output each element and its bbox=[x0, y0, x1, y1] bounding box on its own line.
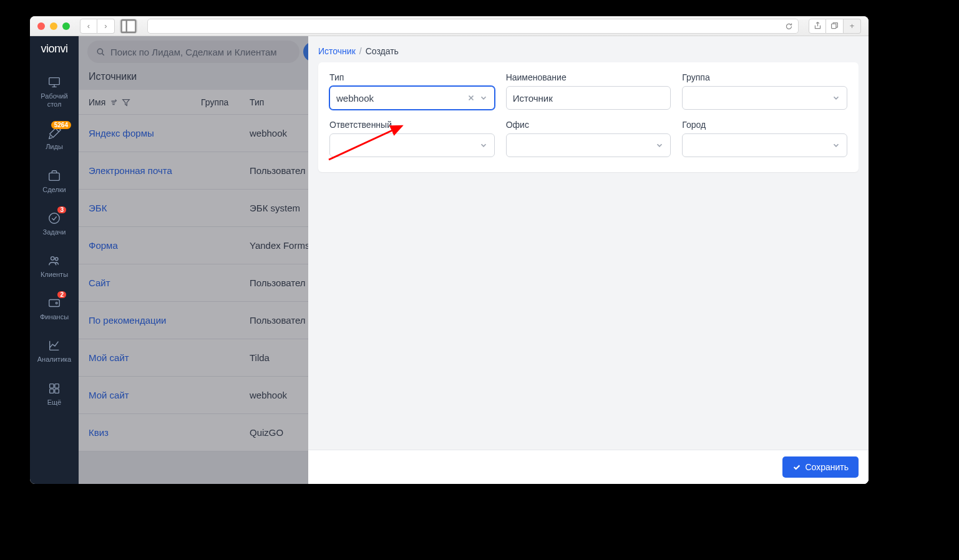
app-sidebar: vionvi Рабочий стол 5264 Лиды Сделки 3 З… bbox=[30, 36, 79, 484]
window-close[interactable] bbox=[37, 22, 45, 30]
clear-icon[interactable] bbox=[467, 94, 475, 102]
share-button[interactable] bbox=[809, 19, 826, 34]
window-maximize[interactable] bbox=[62, 22, 70, 30]
browser-toolbar: ‹ › + bbox=[30, 16, 869, 36]
chevron-down-icon bbox=[479, 94, 488, 102]
tasks-badge: 3 bbox=[57, 206, 66, 213]
brand-logo: vionvi bbox=[41, 42, 67, 56]
finance-badge: 2 bbox=[57, 291, 66, 298]
chevron-down-icon bbox=[479, 141, 488, 150]
chevron-down-icon bbox=[832, 141, 840, 150]
sidebar-item-deals[interactable]: Сделки bbox=[30, 160, 79, 203]
label-group: Группа bbox=[682, 72, 847, 82]
svg-point-8 bbox=[51, 257, 55, 261]
label-responsible: Ответственный bbox=[329, 120, 495, 130]
svg-rect-6 bbox=[49, 173, 60, 180]
breadcrumb-current: Создать bbox=[366, 46, 399, 56]
breadcrumb: Источник / Создать bbox=[308, 36, 869, 62]
sidebar-item-finance[interactable]: 2 Финансы bbox=[30, 287, 79, 330]
svg-rect-14 bbox=[50, 389, 54, 392]
nav-forward[interactable]: › bbox=[97, 19, 115, 34]
svg-rect-3 bbox=[49, 78, 60, 85]
select-group[interactable] bbox=[682, 86, 847, 110]
tabs-button[interactable] bbox=[826, 19, 844, 34]
breadcrumb-root[interactable]: Источник bbox=[318, 46, 356, 56]
svg-point-7 bbox=[49, 213, 60, 224]
svg-rect-0 bbox=[122, 20, 136, 32]
svg-point-11 bbox=[56, 302, 57, 304]
select-responsible[interactable] bbox=[329, 133, 495, 157]
label-type: Тип bbox=[329, 72, 495, 82]
sidebar-item-clients[interactable]: Клиенты bbox=[30, 245, 79, 287]
sidebar-item-tasks[interactable]: 3 Задачи bbox=[30, 203, 79, 245]
svg-point-9 bbox=[55, 258, 58, 261]
nav-back[interactable]: ‹ bbox=[80, 19, 97, 34]
select-city[interactable] bbox=[682, 133, 847, 157]
check-icon bbox=[792, 463, 801, 471]
leads-badge: 5264 bbox=[51, 121, 71, 129]
svg-rect-2 bbox=[832, 24, 836, 28]
save-button[interactable]: Сохранить bbox=[782, 456, 859, 478]
sidebar-toggle[interactable] bbox=[120, 19, 137, 34]
svg-rect-10 bbox=[49, 300, 60, 307]
svg-rect-12 bbox=[50, 384, 54, 387]
svg-rect-13 bbox=[55, 384, 59, 387]
sidebar-item-more[interactable]: Ещё bbox=[30, 373, 79, 415]
svg-rect-15 bbox=[55, 389, 59, 392]
label-city: Город bbox=[682, 120, 847, 130]
sidebar-item-analytics[interactable]: Аналитика bbox=[30, 330, 79, 372]
input-name[interactable] bbox=[506, 86, 671, 110]
select-type[interactable]: webhook bbox=[329, 86, 495, 110]
new-tab-button[interactable]: + bbox=[844, 19, 861, 34]
chevron-down-icon bbox=[832, 94, 840, 102]
label-office: Офис bbox=[506, 120, 671, 130]
window-minimize[interactable] bbox=[50, 22, 57, 30]
chevron-down-icon bbox=[655, 141, 664, 150]
sidebar-item-leads[interactable]: 5264 Лиды bbox=[30, 117, 79, 160]
create-source-panel: Источник / Создать Тип webhook bbox=[308, 36, 869, 484]
sidebar-item-desktop[interactable]: Рабочий стол bbox=[30, 67, 79, 117]
label-name: Наименование bbox=[506, 72, 671, 82]
select-office[interactable] bbox=[506, 133, 671, 157]
address-bar[interactable] bbox=[147, 19, 799, 34]
